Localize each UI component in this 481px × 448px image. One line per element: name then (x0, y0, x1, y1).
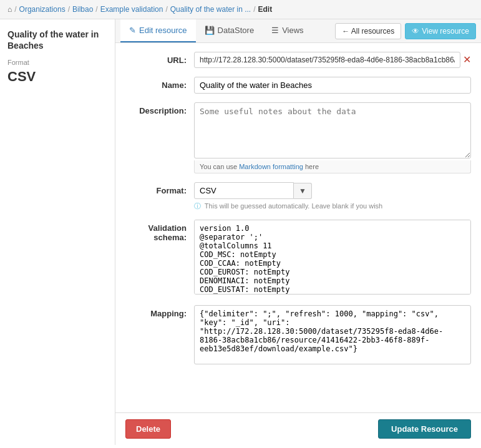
sidebar-format-value: CSV (7, 69, 107, 85)
view-resource-button[interactable]: 👁 View resource (405, 23, 476, 39)
markdown-hint: You can use Markdown formatting here (194, 160, 471, 173)
sidebar-title: Quality of the water in Beaches (7, 29, 107, 51)
validation-schema-label: Validation schema: (125, 220, 194, 242)
breadcrumb-current: Edit (258, 5, 273, 14)
sidebar: Quality of the water in Beaches Format C… (0, 19, 115, 445)
content-area: ✎ Edit resource 💾 DataStore ☰ Views ← Al… (115, 19, 481, 445)
breadcrumb-example-validation[interactable]: Example validation (100, 5, 163, 14)
breadcrumb-dataset[interactable]: Quality of the water in ... (170, 5, 251, 14)
datastore-icon: 💾 (205, 26, 215, 35)
home-icon[interactable]: ⌂ (7, 5, 12, 14)
tabs-left: ✎ Edit resource 💾 DataStore ☰ Views (120, 19, 313, 42)
views-icon: ☰ (271, 26, 279, 35)
name-label: Name: (125, 77, 194, 90)
validation-schema-control: version 1.0 @separator ';' @totalColumns… (194, 220, 471, 296)
format-label: Format: (125, 182, 194, 195)
eye-icon: 👁 (412, 27, 419, 36)
mapping-row: Mapping: {"delimiter": ";", "refresh": 1… (125, 305, 471, 366)
edit-icon: ✎ (129, 26, 136, 35)
clear-url-button[interactable]: ✕ (463, 55, 471, 65)
description-textarea[interactable] (194, 102, 471, 158)
tabs-right: ← All resources 👁 View resource (335, 23, 476, 39)
tab-views[interactable]: ☰ Views (263, 19, 312, 42)
format-row: Format: CSV ▼ ⓘ This will be guessed aut… (125, 182, 471, 211)
footer-bar: Delete Update Resource (115, 412, 481, 445)
sidebar-format-label: Format (7, 59, 107, 66)
url-input[interactable] (194, 52, 460, 68)
mapping-label: Mapping: (125, 305, 194, 318)
format-select[interactable]: CSV (194, 182, 294, 199)
form-area: URL: ✕ Name: Description: (115, 43, 481, 412)
mapping-control: {"delimiter": ";", "refresh": 1000, "map… (194, 305, 471, 366)
update-resource-button[interactable]: Update Resource (378, 419, 471, 439)
description-label: Description: (125, 102, 194, 115)
info-icon: ⓘ (194, 202, 201, 210)
tab-bar: ✎ Edit resource 💾 DataStore ☰ Views ← Al… (115, 19, 481, 43)
mapping-textarea[interactable]: {"delimiter": ";", "refresh": 1000, "map… (194, 305, 471, 364)
tab-edit-resource[interactable]: ✎ Edit resource (120, 19, 196, 42)
url-label: URL: (125, 52, 194, 65)
breadcrumb-bilbao[interactable]: Bilbao (72, 5, 93, 14)
markdown-link[interactable]: Markdown formatting (239, 163, 303, 170)
breadcrumb-organizations[interactable]: Organizations (19, 5, 66, 14)
delete-button[interactable]: Delete (125, 419, 171, 439)
format-dropdown-arrow[interactable]: ▼ (294, 183, 312, 199)
name-row: Name: (125, 77, 471, 94)
url-wrapper: ✕ (194, 52, 471, 68)
validation-schema-row: Validation schema: version 1.0 @separato… (125, 220, 471, 296)
format-control: CSV ▼ ⓘ This will be guessed automatical… (194, 182, 471, 211)
all-resources-button[interactable]: ← All resources (335, 23, 401, 39)
url-row: URL: ✕ (125, 52, 471, 68)
breadcrumb: ⌂ / Organizations / Bilbao / Example val… (0, 0, 481, 19)
tab-datastore[interactable]: 💾 DataStore (196, 19, 263, 42)
validation-schema-textarea[interactable]: version 1.0 @separator ';' @totalColumns… (194, 220, 471, 295)
url-control: ✕ (194, 52, 471, 68)
name-control (194, 77, 471, 94)
description-control: You can use Markdown formatting here (194, 102, 471, 173)
description-row: Description: You can use Markdown format… (125, 102, 471, 173)
format-hint: ⓘ This will be guessed automatically. Le… (194, 202, 471, 211)
format-select-wrap: CSV ▼ (194, 182, 471, 199)
name-input[interactable] (194, 77, 471, 94)
